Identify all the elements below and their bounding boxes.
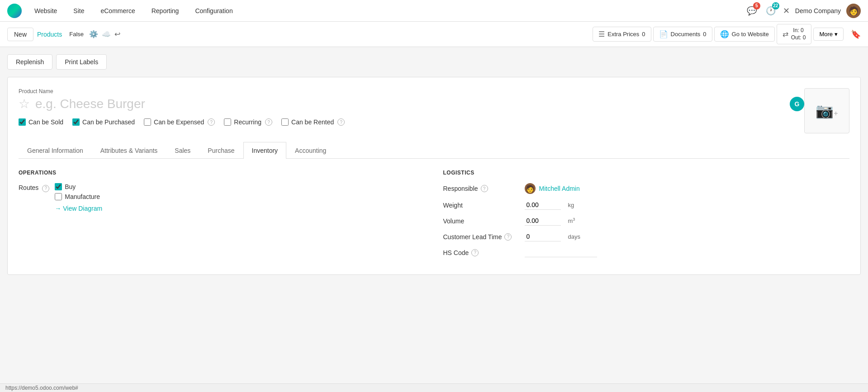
product-name-label: Product Name [19,88,804,94]
nav-configuration[interactable]: Configuration [191,5,236,16]
can-be-expensed-help-icon[interactable]: ? [208,118,215,126]
responsible-name[interactable]: Mitchell Admin [539,185,580,192]
checkboxes-row: Can be Sold Can be Purchased Can be Expe… [19,118,804,126]
manufacture-route-checkbox[interactable] [55,193,62,200]
tab-general[interactable]: General Information [19,142,92,159]
responsible-help-icon[interactable]: ? [481,185,488,192]
weight-unit: kg [568,202,574,208]
volume-unit: m3 [568,217,575,224]
toolbar: New Products False ⚙️ ☁️ ↩ ☰ Extra Price… [0,22,868,47]
responsible-label-text: Responsible [443,185,478,192]
chat-badge: 5 [753,2,760,9]
in-out-button[interactable]: ⇄ In: 0 Out: 0 [777,24,812,44]
operations-section: OPERATIONS Routes ? Buy Manufacture [19,170,425,264]
can-be-sold-item[interactable]: Can be Sold [19,118,63,126]
hs-code-input[interactable] [525,248,597,257]
chat-button[interactable]: 💬 5 [745,4,759,18]
operations-title: OPERATIONS [19,170,425,176]
tabs: General Information Attributes & Variant… [19,142,849,159]
weight-label-text: Weight [443,202,463,209]
recurring-item[interactable]: Recurring ? [224,118,272,126]
manufacture-route-label: Manufacture [65,193,100,200]
list-icon: ☰ [598,30,605,38]
view-diagram-link[interactable]: → View Diagram [55,205,102,212]
nav-reporting[interactable]: Reporting [148,5,183,16]
new-button[interactable]: New [7,28,33,41]
go-to-website-button[interactable]: 🌐 Go to Website [714,27,775,42]
out-label: Out: 0 [791,34,806,42]
document-icon: 📄 [659,30,668,38]
weight-value: kg [525,200,850,210]
bookmark-icon[interactable]: 🔖 [851,29,861,39]
can-be-purchased-item[interactable]: Can be Purchased [72,118,135,126]
extra-prices-count: 0 [642,31,645,38]
gear-icon[interactable]: ⚙️ [89,30,98,38]
favorite-star-icon[interactable]: ☆ [19,96,30,111]
settings-icon[interactable]: ✕ [783,6,790,16]
can-be-rented-item[interactable]: Can be Rented ? [281,118,345,126]
product-header-main: Product Name ☆ G Can be Sold Can be Purc… [19,88,804,135]
can-be-rented-checkbox[interactable] [281,118,289,126]
tab-attributes[interactable]: Attributes & Variants [92,142,166,159]
customer-lead-time-help-icon[interactable]: ? [504,233,512,241]
nav-icons: 💬 5 🕐 22 ✕ Demo Company 🧑 [745,4,861,18]
refresh-icon[interactable]: ↩ [114,30,120,38]
recurring-help-icon[interactable]: ? [265,118,272,126]
print-labels-button[interactable]: Print Labels [56,54,107,70]
product-name-input[interactable] [35,97,784,111]
hs-code-help-icon[interactable]: ? [471,249,479,256]
can-be-rented-help-icon[interactable]: ? [337,118,345,126]
chevron-down-icon: ▾ [835,31,838,38]
toolbar-actions: ☰ Extra Prices 0 📄 Documents 0 🌐 Go to W… [593,24,844,44]
routes-text: Routes [19,184,38,191]
tab-accounting[interactable]: Accounting [286,142,335,159]
routes-options: Buy Manufacture → View Diagram [55,183,102,212]
can-be-expensed-checkbox[interactable] [144,118,151,126]
routes-label: Routes ? [19,183,49,192]
product-image[interactable]: 📷+ [804,88,849,133]
clock-button[interactable]: 🕐 22 [764,4,778,18]
extra-prices-label: Extra Prices [607,31,639,38]
customer-lead-time-label: Customer Lead Time ? [443,233,525,241]
can-be-expensed-label: Can be Expensed [154,118,204,126]
responsible-label: Responsible ? [443,185,525,192]
volume-input[interactable] [525,216,561,226]
replenish-button[interactable]: Replenish [7,54,52,70]
arrows-icon: ⇄ [783,30,788,38]
responsible-value: 🧑 Mitchell Admin [525,183,850,194]
can-be-purchased-checkbox[interactable] [72,118,80,126]
can-be-sold-checkbox[interactable] [19,118,26,126]
buy-route-item[interactable]: Buy [55,183,102,190]
customer-lead-time-input[interactable] [525,232,561,241]
routes-help-icon[interactable]: ? [42,185,49,192]
product-name-row: ☆ G [19,96,804,111]
upload-icon[interactable]: ☁️ [102,30,111,38]
nav-ecommerce[interactable]: eCommerce [97,5,138,16]
weight-input[interactable] [525,200,561,210]
extra-prices-button[interactable]: ☰ Extra Prices 0 [593,27,651,42]
manufacture-route-item[interactable]: Manufacture [55,193,102,200]
can-be-expensed-item[interactable]: Can be Expensed ? [144,118,215,126]
form-card: Product Name ☆ G Can be Sold Can be Purc… [7,77,861,275]
grammarly-button[interactable]: G [790,97,804,111]
tab-sales[interactable]: Sales [166,142,199,159]
tab-purchase[interactable]: Purchase [199,142,243,159]
volume-row: Volume m3 [443,216,850,226]
recurring-label: Recurring [234,118,261,126]
globe-icon: 🌐 [720,30,729,38]
documents-button[interactable]: 📄 Documents 0 [653,27,712,42]
user-avatar[interactable]: 🧑 [846,4,861,18]
responsible-row: Responsible ? 🧑 Mitchell Admin [443,183,850,194]
toolbar-icons: ⚙️ ☁️ ↩ [89,30,120,38]
view-diagram-text: View Diagram [63,205,102,212]
nav-site[interactable]: Site [70,5,88,16]
hs-code-value [525,248,850,257]
tab-inventory[interactable]: Inventory [243,142,287,159]
buy-route-checkbox[interactable] [55,183,62,190]
recurring-checkbox[interactable] [224,118,231,126]
clock-badge: 22 [772,2,779,9]
nav-website[interactable]: Website [31,5,61,16]
go-to-website-label: Go to Website [732,31,769,38]
more-button[interactable]: More ▾ [813,28,844,41]
breadcrumb-products[interactable]: Products [37,31,62,38]
